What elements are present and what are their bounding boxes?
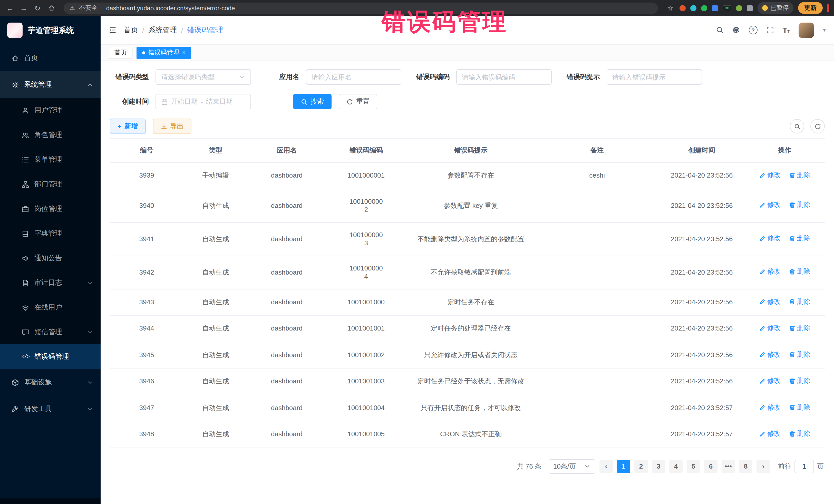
sidebar-item-audit[interactable]: 审计日志 bbox=[0, 270, 101, 295]
back-icon[interactable]: ← bbox=[5, 4, 14, 12]
add-button[interactable]: + 新增 bbox=[110, 118, 146, 134]
cell-code: 1001001001 bbox=[326, 315, 407, 342]
paused-badge[interactable]: 已暂停 bbox=[758, 2, 793, 14]
breadcrumb-separator: / bbox=[142, 26, 144, 34]
edit-link[interactable]: 修改 bbox=[759, 298, 781, 306]
sidebar-item-menu[interactable]: 菜单管理 bbox=[0, 147, 101, 172]
browser-chrome: ← → ↻ ⚠ 不安全 dashboard.yudao.iocoder.cn/s… bbox=[0, 0, 834, 16]
menu-fold-icon[interactable] bbox=[109, 26, 116, 34]
address-bar[interactable]: ⚠ 不安全 dashboard.yudao.iocoder.cn/system/… bbox=[64, 2, 658, 14]
delete-link[interactable]: 删除 bbox=[789, 377, 810, 385]
app-name-input[interactable] bbox=[306, 69, 401, 85]
sidebar-menu: 首页 系统管理 用户管理 角色管理 bbox=[0, 45, 101, 498]
sidebar-item-notice[interactable]: 通知公告 bbox=[0, 246, 101, 270]
edit-link[interactable]: 修改 bbox=[759, 350, 781, 358]
more-pages-button[interactable]: ••• bbox=[722, 460, 735, 473]
extension-icon-on-badge[interactable]: on bbox=[723, 5, 731, 11]
date-range-picker[interactable]: 开始日期 - 结束日期 bbox=[155, 94, 251, 109]
recording-strip-icon bbox=[827, 4, 829, 12]
table-search-icon[interactable] bbox=[790, 119, 804, 133]
delete-link[interactable]: 删除 bbox=[789, 403, 810, 411]
sidebar-item-sms[interactable]: 短信管理 bbox=[0, 320, 101, 344]
edit-link[interactable]: 修改 bbox=[759, 403, 781, 411]
sidebar-item-infra[interactable]: 基础设施 bbox=[0, 369, 101, 396]
tab-home[interactable]: 首页 bbox=[109, 46, 132, 59]
sidebar-item-system[interactable]: 系统管理 bbox=[0, 71, 101, 98]
bookmark-star-icon[interactable]: ☆ bbox=[666, 4, 675, 12]
delete-link[interactable]: 删除 bbox=[789, 234, 810, 242]
edit-link[interactable]: 修改 bbox=[759, 268, 781, 276]
extension-icon-blue[interactable] bbox=[712, 5, 718, 11]
page-button[interactable]: 1 bbox=[617, 460, 630, 473]
edit-link[interactable]: 修改 bbox=[759, 324, 781, 332]
breadcrumb-section[interactable]: 系统管理 bbox=[148, 25, 177, 35]
error-code-input[interactable] bbox=[456, 69, 552, 85]
sidebar-item-home[interactable]: 首页 bbox=[0, 45, 101, 71]
sidebar-item-post[interactable]: 岗位管理 bbox=[0, 197, 101, 221]
page-button[interactable]: 4 bbox=[669, 460, 683, 473]
edit-link[interactable]: 修改 bbox=[759, 234, 781, 242]
tab-close-icon[interactable]: × bbox=[182, 50, 185, 56]
list-icon bbox=[22, 156, 29, 163]
table-refresh-icon[interactable] bbox=[810, 119, 825, 133]
edit-link[interactable]: 修改 bbox=[759, 377, 781, 385]
table-row: 3946 自动生成 dashboard 1001001003 定时任务已经处于该… bbox=[110, 368, 825, 395]
extension-icon-puzzle[interactable] bbox=[747, 5, 753, 11]
extension-icon-red[interactable] bbox=[680, 5, 686, 11]
sidebar-item-online[interactable]: 在线用户 bbox=[0, 295, 101, 320]
sidebar-item-devtool[interactable]: 研发工具 bbox=[0, 396, 101, 422]
edit-link[interactable]: 修改 bbox=[759, 430, 781, 438]
cell-type: 自动生成 bbox=[183, 189, 248, 222]
error-msg-input[interactable] bbox=[607, 69, 702, 85]
cell-id: 3939 bbox=[110, 162, 183, 189]
chevron-down-icon[interactable]: ▾ bbox=[823, 27, 826, 34]
app-logo[interactable]: 芋道管理系统 bbox=[0, 16, 101, 45]
edit-link[interactable]: 修改 bbox=[759, 201, 781, 209]
goto-page-input[interactable] bbox=[794, 460, 814, 473]
github-icon[interactable] bbox=[732, 26, 740, 34]
delete-link[interactable]: 删除 bbox=[789, 171, 810, 179]
reset-button[interactable]: 重置 bbox=[339, 94, 377, 109]
sidebar-item-role[interactable]: 角色管理 bbox=[0, 123, 101, 147]
reload-icon[interactable]: ↻ bbox=[33, 4, 42, 12]
page-button[interactable]: 5 bbox=[687, 460, 700, 473]
delete-link[interactable]: 删除 bbox=[789, 324, 810, 332]
prev-page-button[interactable]: ‹ bbox=[599, 460, 613, 473]
edit-link[interactable]: 修改 bbox=[759, 171, 781, 179]
cell-code: 1001001003 bbox=[326, 368, 407, 395]
fullscreen-icon[interactable] bbox=[766, 26, 774, 34]
home-icon[interactable] bbox=[47, 5, 56, 11]
sidebar-item-dept[interactable]: 部门管理 bbox=[0, 172, 101, 197]
help-icon[interactable]: ? bbox=[749, 26, 758, 35]
extension-icon-leaf[interactable] bbox=[736, 5, 742, 11]
search-icon[interactable] bbox=[716, 26, 724, 34]
update-button[interactable]: 更新 bbox=[798, 2, 823, 14]
page-button[interactable]: 8 bbox=[739, 460, 752, 473]
page-button[interactable]: 6 bbox=[704, 460, 718, 473]
delete-link[interactable]: 删除 bbox=[789, 298, 810, 306]
delete-link[interactable]: 删除 bbox=[789, 268, 810, 276]
sidebar-item-errcode[interactable]: </> 错误码管理 bbox=[0, 344, 101, 369]
sidebar-item-user[interactable]: 用户管理 bbox=[0, 98, 101, 123]
sidebar-item-dict[interactable]: 字典管理 bbox=[0, 221, 101, 246]
breadcrumb-home[interactable]: 首页 bbox=[124, 25, 138, 35]
delete-link[interactable]: 删除 bbox=[789, 201, 810, 209]
extension-icon-teal[interactable] bbox=[690, 5, 697, 11]
delete-link[interactable]: 删除 bbox=[789, 430, 810, 438]
page-button[interactable]: 3 bbox=[652, 460, 665, 473]
export-button[interactable]: 导出 bbox=[153, 118, 191, 134]
next-page-button[interactable]: › bbox=[756, 460, 770, 473]
cell-actions: 修改 删除 bbox=[745, 289, 825, 315]
avatar[interactable] bbox=[799, 22, 814, 38]
tab-errcode[interactable]: 错误码管理 × bbox=[136, 46, 191, 59]
end-date-placeholder: 结束日期 bbox=[206, 97, 233, 106]
chevron-down-icon bbox=[239, 74, 245, 80]
error-type-select[interactable]: 请选择错误码类型 bbox=[155, 69, 251, 85]
page-button[interactable]: 2 bbox=[634, 460, 648, 473]
extension-icon-green[interactable] bbox=[701, 5, 707, 11]
forward-icon[interactable]: → bbox=[19, 4, 28, 12]
search-button[interactable]: 搜索 bbox=[293, 94, 332, 109]
font-size-icon[interactable]: TT bbox=[783, 26, 790, 35]
delete-link[interactable]: 删除 bbox=[789, 350, 810, 358]
page-size-select[interactable]: 10条/页 bbox=[549, 459, 595, 474]
